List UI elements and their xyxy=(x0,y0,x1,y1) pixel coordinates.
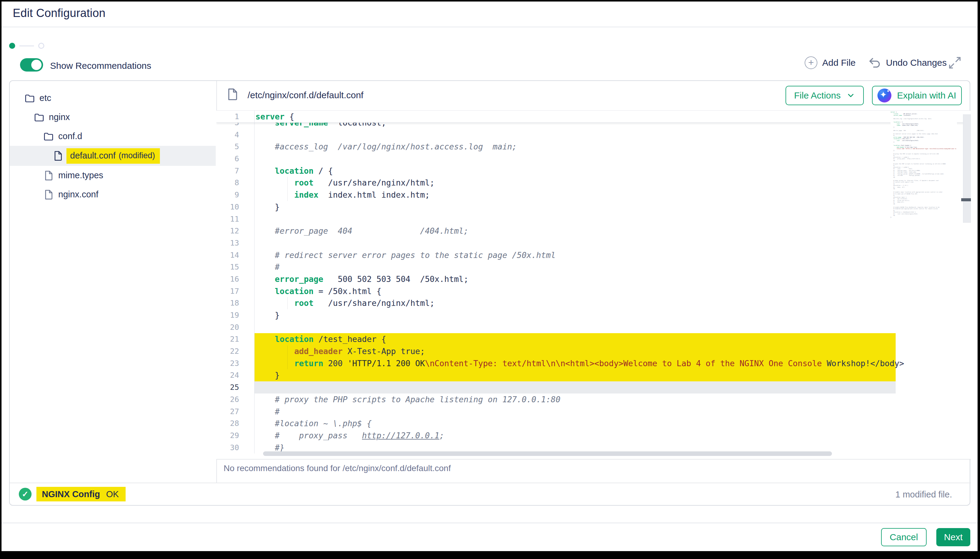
editor-minimap[interactable]: server { listen 80 default_server; serve… xyxy=(890,111,957,218)
stepper xyxy=(9,43,44,49)
code-line[interactable]: 25 xyxy=(216,381,971,394)
tree-item-defaultconf[interactable]: default.conf (modified) xyxy=(10,146,216,166)
recommendations-divider xyxy=(216,459,971,460)
file-actions-label: File Actions xyxy=(794,90,841,101)
code-text: # proxy_pass http://127.0.0.1; xyxy=(254,430,444,442)
code-line[interactable]: 7 location / { xyxy=(216,165,971,177)
code-line[interactable]: 22 add_header X-Test-App true; xyxy=(216,345,971,357)
vertical-scrollbar-track[interactable] xyxy=(963,114,971,223)
line-number: 16 xyxy=(216,273,254,285)
status-bar-divider xyxy=(10,483,971,483)
code-text: location = /50x.html { xyxy=(254,285,381,298)
code-text xyxy=(254,153,255,165)
expand-button[interactable] xyxy=(948,56,962,70)
undo-icon xyxy=(868,56,881,69)
line-number: 20 xyxy=(216,321,254,334)
file-icon xyxy=(43,170,54,181)
code-text xyxy=(254,321,255,334)
code-line[interactable]: 13 xyxy=(216,237,971,249)
config-ok-check-icon: ✓ xyxy=(19,488,32,501)
code-scroll-area[interactable]: 3 server_name localhost;45 #access_log /… xyxy=(216,123,971,459)
code-editor[interactable]: 1server { 3 server_name localhost;45 #ac… xyxy=(216,111,971,459)
step-dot-next[interactable] xyxy=(38,43,44,49)
code-line[interactable]: 28 #location ~ \.php$ { xyxy=(216,417,971,430)
code-lines: 3 server_name localhost;45 #access_log /… xyxy=(216,123,971,453)
code-line[interactable]: 16 error_page 500 502 503 504 /50x.html; xyxy=(216,273,971,285)
code-text: server { xyxy=(254,111,294,123)
code-line[interactable]: 26 # proxy the PHP scripts to Apache lis… xyxy=(216,394,971,405)
code-line[interactable]: 8 root /usr/share/nginx/html; xyxy=(216,177,971,189)
line-number: 12 xyxy=(216,225,254,237)
line-number: 17 xyxy=(216,285,254,298)
code-line[interactable]: 14 # redirect server error pages to the … xyxy=(216,249,971,261)
code-line[interactable]: 27 # xyxy=(216,405,971,418)
show-recommendations-toggle[interactable] xyxy=(20,58,43,71)
code-text: } xyxy=(254,369,280,381)
screenshot-edge xyxy=(0,0,2,559)
code-text: # proxy the PHP scripts to Apache listen… xyxy=(254,394,560,405)
toggle-knob xyxy=(31,60,41,70)
code-line[interactable]: 21 location /test_header { xyxy=(216,333,971,345)
code-line[interactable]: 24 } xyxy=(216,369,971,381)
file-icon xyxy=(226,88,239,101)
tree-item-confd[interactable]: conf.d xyxy=(10,127,216,146)
folder-icon xyxy=(34,112,45,123)
line-number: 13 xyxy=(216,237,254,249)
tree-item-mimetypes[interactable]: mime.types xyxy=(10,166,216,185)
vertical-scrollbar-thumb[interactable] xyxy=(961,198,971,201)
ai-sparkle-icon: ✦✦ xyxy=(877,89,891,103)
code-line[interactable]: 10 } xyxy=(216,201,971,213)
code-text xyxy=(254,213,255,225)
code-line[interactable]: 23 return 200 'HTTP/1.1 200 OK\nContent-… xyxy=(216,357,971,370)
line-number: 7 xyxy=(216,165,254,177)
horizontal-scrollbar[interactable] xyxy=(263,452,832,456)
line-number: 15 xyxy=(216,261,254,273)
code-text: index index.html index.htm; xyxy=(254,189,429,201)
file-actions-button[interactable]: File Actions xyxy=(786,86,864,105)
code-line[interactable]: 4 xyxy=(216,129,971,141)
line-number: 21 xyxy=(216,333,254,345)
modified-files-count: 1 modified file. xyxy=(895,490,952,499)
code-line[interactable]: 15 # xyxy=(216,261,971,273)
code-line[interactable]: 20 xyxy=(216,321,971,334)
status-value: OK xyxy=(106,489,119,499)
code-line[interactable]: 6 xyxy=(216,153,971,165)
next-button[interactable]: Next xyxy=(936,528,970,546)
code-line[interactable]: 9 index index.html index.htm; xyxy=(216,189,971,201)
tree-item-etc[interactable]: etc xyxy=(10,89,216,108)
line-number: 4 xyxy=(216,129,254,141)
code-text: #error_page 404 /404.html; xyxy=(254,225,468,237)
code-line[interactable]: 11 xyxy=(216,213,971,225)
code-text: #location ~ \.php$ { xyxy=(254,417,371,430)
code-text: #access_log /var/log/nginx/host.access.l… xyxy=(254,141,517,153)
code-line[interactable]: 17 location = /50x.html { xyxy=(216,285,971,298)
undo-changes-button[interactable]: Undo Changes xyxy=(868,56,947,69)
screenshot-edge xyxy=(0,0,980,2)
sticky-code-line[interactable]: 1server { xyxy=(216,111,971,123)
line-number: 22 xyxy=(216,345,254,357)
code-line[interactable]: 18 root /usr/share/nginx/html; xyxy=(216,297,971,309)
tree-item-nginxconf[interactable]: nginx.conf xyxy=(10,185,216,204)
line-number: 24 xyxy=(216,369,254,381)
line-number: 6 xyxy=(216,153,254,165)
code-text: } xyxy=(254,201,280,213)
tree-item-label: default.conf xyxy=(70,150,116,160)
code-line[interactable]: 12 #error_page 404 /404.html; xyxy=(216,225,971,237)
code-line[interactable]: 5 #access_log /var/log/nginx/host.access… xyxy=(216,141,971,153)
line-number: 30 xyxy=(216,442,254,454)
cancel-button[interactable]: Cancel xyxy=(881,528,927,546)
open-file-path: /etc/nginx/conf.d/default.conf xyxy=(247,90,363,100)
tree-item-nginx[interactable]: nginx xyxy=(10,108,216,127)
line-number: 25 xyxy=(216,381,254,394)
code-text: return 200 'HTTP/1.1 200 OK\nContent-Typ… xyxy=(254,357,904,370)
code-line[interactable]: 29 # proxy_pass http://127.0.0.1; xyxy=(216,430,971,442)
add-file-button[interactable]: + Add File xyxy=(805,56,856,69)
code-line[interactable]: 1server { xyxy=(216,111,971,123)
explain-with-ai-button[interactable]: ✦✦ Explain with AI xyxy=(872,86,962,105)
code-line[interactable]: 19 } xyxy=(216,309,971,321)
code-text xyxy=(254,237,255,249)
step-dot-current[interactable] xyxy=(9,43,15,49)
screenshot-edge xyxy=(0,551,980,559)
code-line[interactable]: 3 server_name localhost; xyxy=(216,123,971,129)
line-number: 9 xyxy=(216,189,254,201)
